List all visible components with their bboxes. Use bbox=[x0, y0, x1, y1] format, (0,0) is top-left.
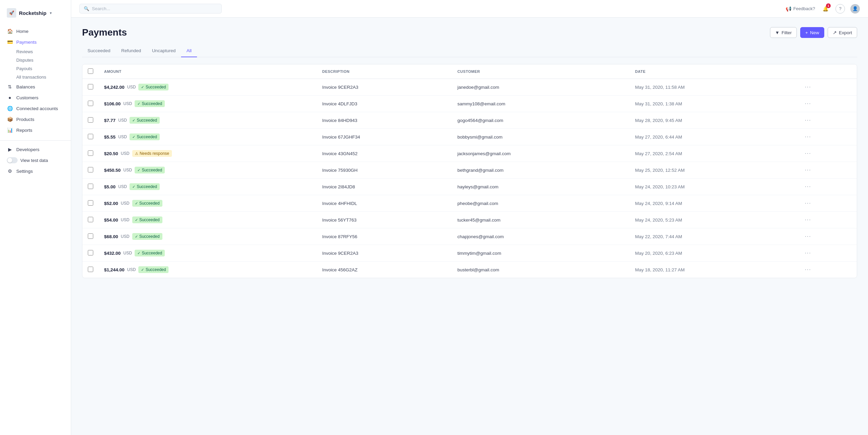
status-badge: ✓ Succeeded bbox=[138, 266, 169, 273]
row-more-button[interactable]: ··· bbox=[803, 83, 813, 90]
page-header: Payments ▼ Filter + New ↗ Export bbox=[82, 27, 857, 38]
sidebar-item-home[interactable]: 🏠 Home bbox=[0, 26, 71, 37]
row-checkbox[interactable] bbox=[88, 250, 93, 255]
plus-icon: + bbox=[805, 30, 808, 35]
row-date: May 24, 2020, 5:23 AM bbox=[630, 212, 797, 228]
sidebar-item-customers[interactable]: ● Customers bbox=[0, 92, 71, 103]
sidebar-item-connected-accounts[interactable]: 🌐 Connected accounts bbox=[0, 103, 71, 114]
row-more-button[interactable]: ··· bbox=[803, 200, 813, 207]
warning-icon: ⚠ bbox=[135, 151, 138, 156]
row-checkbox[interactable] bbox=[88, 233, 93, 239]
developers-icon: ▶ bbox=[7, 146, 13, 152]
sidebar-item-balances-label: Balances bbox=[16, 84, 35, 89]
row-more-button[interactable]: ··· bbox=[803, 100, 813, 107]
col-amount: AMOUNT bbox=[99, 64, 317, 79]
sidebar-item-balances[interactable]: ⇅ Balances bbox=[0, 81, 71, 92]
brand-icon: 🚀 bbox=[7, 8, 16, 18]
row-checkbox[interactable] bbox=[88, 184, 93, 189]
row-amount: $52.00 bbox=[104, 201, 118, 206]
row-more-button[interactable]: ··· bbox=[803, 249, 813, 256]
row-more-button[interactable]: ··· bbox=[803, 133, 813, 140]
sidebar-sub-item-payouts[interactable]: Payouts bbox=[0, 64, 71, 73]
search-bar[interactable]: 🔍 bbox=[79, 4, 222, 14]
tab-uncaptured[interactable]: Uncaptured bbox=[146, 45, 181, 57]
row-date: May 27, 2020, 6:44 AM bbox=[630, 129, 797, 145]
feedback-button[interactable]: 📢 Feedback? bbox=[786, 6, 815, 12]
brand[interactable]: 🚀 Rocketship ▾ bbox=[0, 5, 71, 24]
notifications-button[interactable]: 🔔 1 bbox=[821, 4, 830, 14]
row-customer: tucker45@gmail.com bbox=[452, 212, 630, 228]
row-more-button[interactable]: ··· bbox=[803, 266, 813, 273]
row-more-button[interactable]: ··· bbox=[803, 216, 813, 223]
select-all-checkbox[interactable] bbox=[88, 68, 93, 74]
row-checkbox[interactable] bbox=[88, 200, 93, 206]
row-customer: chapjones@gmail.com bbox=[452, 228, 630, 245]
status-badge: ✓ Succeeded bbox=[130, 133, 160, 140]
row-checkbox[interactable] bbox=[88, 217, 93, 222]
search-input[interactable] bbox=[92, 6, 217, 11]
sidebar-item-reports[interactable]: 📊 Reports bbox=[0, 125, 71, 136]
tab-refunded[interactable]: Refunded bbox=[116, 45, 147, 57]
sidebar-sub-item-reviews[interactable]: Reviews bbox=[0, 47, 71, 56]
help-icon: ? bbox=[839, 6, 841, 11]
check-icon: ✓ bbox=[135, 218, 138, 222]
status-badge: ✓ Succeeded bbox=[130, 117, 160, 124]
row-checkbox[interactable] bbox=[88, 267, 93, 272]
export-button[interactable]: ↗ Export bbox=[828, 27, 857, 38]
sidebar-item-developers[interactable]: ▶ Developers bbox=[0, 144, 71, 155]
row-currency: USD bbox=[118, 134, 127, 139]
avatar-icon: 👤 bbox=[852, 6, 858, 11]
check-icon: ✓ bbox=[135, 234, 138, 239]
row-more-button[interactable]: ··· bbox=[803, 150, 813, 157]
payments-icon: 💳 bbox=[7, 39, 13, 45]
toggle-switch[interactable] bbox=[7, 157, 18, 163]
help-button[interactable]: ? bbox=[835, 4, 845, 14]
row-checkbox[interactable] bbox=[88, 167, 93, 172]
sidebar-item-connected-accounts-label: Connected accounts bbox=[16, 106, 58, 111]
row-currency: USD bbox=[121, 201, 129, 206]
row-customer: gogo4564@gmail.com bbox=[452, 112, 630, 129]
row-more-button[interactable]: ··· bbox=[803, 233, 813, 240]
status-badge: ✓ Succeeded bbox=[132, 233, 162, 240]
row-amount: $68.00 bbox=[104, 234, 118, 239]
connected-accounts-icon: 🌐 bbox=[7, 105, 13, 111]
sidebar-item-products[interactable]: 📦 Products bbox=[0, 114, 71, 125]
tab-succeeded[interactable]: Succeeded bbox=[82, 45, 116, 57]
sidebar-item-payments[interactable]: 💳 Payments bbox=[0, 37, 71, 47]
row-checkbox[interactable] bbox=[88, 150, 93, 156]
row-customer: bethgrand@gmail.com bbox=[452, 162, 630, 179]
tab-all[interactable]: All bbox=[181, 45, 197, 57]
row-more-button[interactable]: ··· bbox=[803, 117, 813, 124]
row-more-button[interactable]: ··· bbox=[803, 183, 813, 190]
header: 🔍 📢 Feedback? 🔔 1 ? 👤 bbox=[71, 0, 868, 18]
new-button[interactable]: + New bbox=[800, 27, 824, 38]
user-avatar[interactable]: 👤 bbox=[850, 4, 860, 14]
sidebar-sub-item-disputes[interactable]: Disputes bbox=[0, 56, 71, 64]
products-icon: 📦 bbox=[7, 116, 13, 122]
row-description: Invoice 87RFY56 bbox=[317, 228, 452, 245]
check-icon: ✓ bbox=[132, 135, 135, 139]
filter-button[interactable]: ▼ Filter bbox=[770, 27, 797, 38]
view-test-data-toggle[interactable]: View test data bbox=[0, 155, 71, 166]
row-currency: USD bbox=[121, 218, 129, 222]
table-row: $52.00 USD ✓ Succeeded Invoice 4HFHIDL p… bbox=[82, 195, 857, 212]
row-checkbox[interactable] bbox=[88, 84, 93, 89]
sidebar-sub-item-all-transactions[interactable]: All transactions bbox=[0, 73, 71, 81]
row-more-button[interactable]: ··· bbox=[803, 166, 813, 173]
table-header-row: AMOUNT DESCRIPTION CUSTOMER DATE bbox=[82, 64, 857, 79]
row-currency: USD bbox=[121, 151, 129, 156]
row-amount: $20.50 bbox=[104, 151, 118, 156]
row-currency: USD bbox=[121, 234, 129, 239]
status-badge: ✓ Succeeded bbox=[132, 200, 162, 207]
row-customer: sammy108@email.com bbox=[452, 96, 630, 112]
row-customer: timmytim@gmail.com bbox=[452, 245, 630, 262]
sidebar-item-reports-label: Reports bbox=[16, 128, 32, 133]
row-checkbox[interactable] bbox=[88, 101, 93, 106]
row-checkbox[interactable] bbox=[88, 134, 93, 139]
sidebar-item-settings[interactable]: ⚙ Settings bbox=[0, 166, 71, 177]
settings-icon: ⚙ bbox=[7, 168, 13, 174]
row-checkbox[interactable] bbox=[88, 117, 93, 123]
filter-icon: ▼ bbox=[775, 30, 780, 35]
row-amount: $4,242.00 bbox=[104, 85, 124, 90]
filter-label: Filter bbox=[782, 30, 792, 35]
